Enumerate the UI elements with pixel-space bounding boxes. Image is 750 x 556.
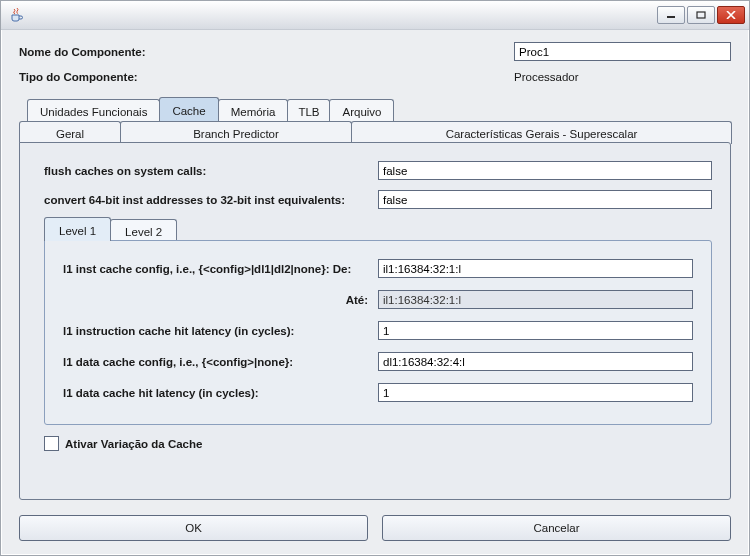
input-flush-caches[interactable] (378, 161, 712, 180)
tab-label: Memória (231, 106, 276, 118)
tabstrip-main: Unidades Funcionais Cache Memória TLB Ar… (19, 99, 731, 121)
input-component-name[interactable] (514, 42, 731, 61)
tab-geral[interactable]: Geral (19, 121, 121, 144)
input-l1-data-hit-latency[interactable] (378, 383, 693, 402)
java-cup-icon (9, 7, 25, 23)
label-l1-data-hit-latency: l1 data cache hit latency (in cycles): (63, 387, 378, 399)
tab-label: Level 2 (125, 226, 162, 238)
window-controls (657, 6, 745, 24)
row-l1-inst-config-de: l1 inst cache config, i.e., {<config>|dl… (63, 259, 693, 278)
label-l1-inst-hit-latency: l1 instruction cache hit latency (in cyc… (63, 325, 378, 337)
tab-tlb[interactable]: TLB (287, 99, 330, 122)
tab-branch-predictor[interactable]: Branch Predictor (120, 121, 352, 144)
label-flush-caches: flush caches on system calls: (44, 165, 378, 177)
label-l1-inst-config-de: l1 inst cache config, i.e., {<config>|dl… (63, 263, 378, 275)
content-area: Nome do Componente: Tipo do Componente: … (1, 30, 749, 555)
cancel-button[interactable]: Cancelar (382, 515, 731, 541)
tab-level1[interactable]: Level 1 (44, 217, 111, 241)
tab-label: Arquivo (342, 106, 381, 118)
label-l1-data-config: l1 data cache config, i.e., {<config>|no… (63, 356, 378, 368)
tabstrip-secondary: Geral Branch Predictor Características G… (19, 121, 731, 143)
tab-memoria[interactable]: Memória (218, 99, 289, 122)
tab-label: TLB (298, 106, 319, 118)
button-label: Cancelar (533, 522, 579, 534)
maximize-button[interactable] (687, 6, 715, 24)
row-flush-caches: flush caches on system calls: (44, 161, 712, 180)
row-l1-inst-hit-latency: l1 instruction cache hit latency (in cyc… (63, 321, 693, 340)
label-l1-inst-config-ate: Até: (63, 294, 378, 306)
value-component-type: Processador (514, 71, 579, 83)
row-component-type: Tipo do Componente: Processador (19, 71, 731, 83)
label-component-name: Nome do Componente: (19, 46, 514, 58)
label-convert-64bit: convert 64-bit inst addresses to 32-bit … (44, 194, 378, 206)
tab-label: Unidades Funcionais (40, 106, 147, 118)
row-l1-data-hit-latency: l1 data cache hit latency (in cycles): (63, 383, 693, 402)
input-l1-inst-config-ate[interactable] (378, 290, 693, 309)
tab-label: Geral (56, 128, 84, 140)
row-l1-inst-config-ate: Até: (63, 290, 693, 309)
dialog-button-row: OK Cancelar (19, 515, 731, 541)
title-bar (1, 1, 749, 30)
input-l1-inst-hit-latency[interactable] (378, 321, 693, 340)
tab-label: Branch Predictor (193, 128, 279, 140)
tab-cache[interactable]: Cache (159, 97, 218, 121)
level-tabs-wrap: Level 1 Level 2 l1 inst cache config, i.… (44, 219, 712, 426)
button-label: OK (185, 522, 202, 534)
input-l1-inst-config-de[interactable] (378, 259, 693, 278)
checkbox-activate-cache-variation[interactable] (44, 436, 59, 451)
ok-button[interactable]: OK (19, 515, 368, 541)
level-tabstrip: Level 1 Level 2 (44, 219, 712, 241)
app-window: Nome do Componente: Tipo do Componente: … (0, 0, 750, 556)
tab-arquivo[interactable]: Arquivo (329, 99, 394, 122)
panel-level1: l1 inst cache config, i.e., {<config>|dl… (44, 240, 712, 425)
label-component-type: Tipo do Componente: (19, 71, 514, 83)
row-component-name: Nome do Componente: (19, 42, 731, 61)
row-convert-64bit: convert 64-bit inst addresses to 32-bit … (44, 190, 712, 209)
row-l1-data-config: l1 data cache config, i.e., {<config>|no… (63, 352, 693, 371)
tab-level2[interactable]: Level 2 (110, 219, 177, 242)
close-button[interactable] (717, 6, 745, 24)
input-l1-data-config[interactable] (378, 352, 693, 371)
svg-rect-1 (697, 12, 705, 18)
tab-label: Cache (172, 105, 205, 117)
panel-cache: flush caches on system calls: convert 64… (19, 142, 731, 500)
minimize-button[interactable] (657, 6, 685, 24)
row-activate-cache-variation: Ativar Variação da Cache (44, 436, 712, 451)
tab-label: Características Gerais - Superescalar (446, 128, 638, 140)
input-convert-64bit[interactable] (378, 190, 712, 209)
tab-unidades-funcionais[interactable]: Unidades Funcionais (27, 99, 160, 122)
svg-rect-0 (667, 16, 675, 18)
tab-label: Level 1 (59, 225, 96, 237)
tab-caracteristicas-superescalar[interactable]: Características Gerais - Superescalar (351, 121, 732, 144)
label-activate-cache-variation: Ativar Variação da Cache (65, 438, 202, 450)
